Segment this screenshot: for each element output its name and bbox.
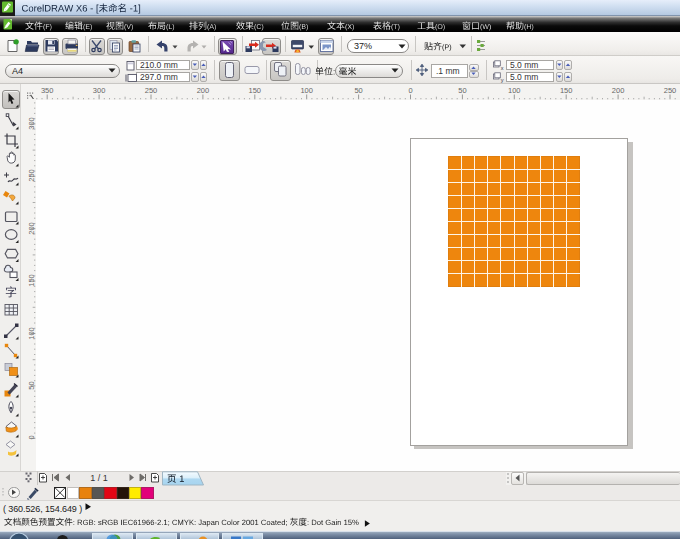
svg-text:y: y [501, 77, 504, 83]
svg-text:x: x [501, 65, 504, 71]
